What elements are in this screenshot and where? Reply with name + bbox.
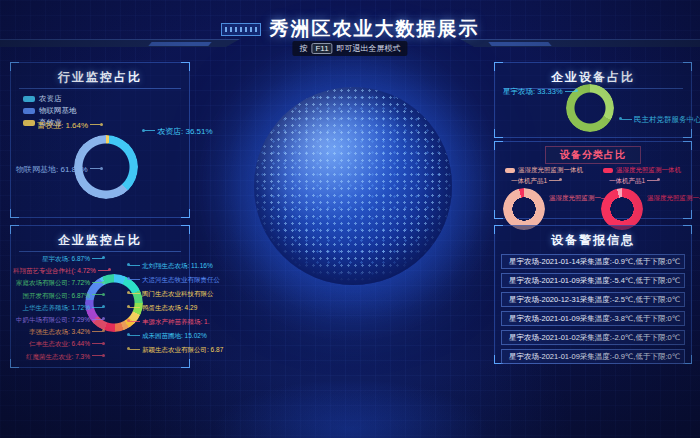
legend-label: 物联网基地 <box>39 106 77 116</box>
leader-line <box>92 343 103 344</box>
pie-label: 鸭蛋生态农场: 4.29 <box>127 301 209 315</box>
page-title: 秀洲区农业大数据展示 <box>270 16 480 42</box>
panel-industry-ratio: 行业监控占比 农资店 物联网基地 畜牧业 畜牧业: 1.64% <box>10 62 190 218</box>
pie-label-text: 一体机产品1 <box>511 177 547 184</box>
pie-label-text: 中奶牛场有限公司: 7.29% <box>16 316 90 323</box>
pie-label-text: 丰源水产种苗养殖场: 1. <box>142 318 210 325</box>
pie-label-text: 成禾园苗圃地: 15.02% <box>142 332 207 339</box>
legend-item[interactable]: 农资店 <box>23 93 77 105</box>
pie-label: 陶门生态农业科技有限公 <box>127 287 209 301</box>
pie-label: 家庭农场有限公司: 7.72% <box>13 277 105 289</box>
pie-label-text: 陶门生态农业科技有限公 <box>142 290 214 297</box>
panel-alarm-info: 设备警报信息 星宇农场-2021-01-14采集温度:-0.9℃,低于下限:0℃… <box>494 225 692 364</box>
panel-title: 设备警报信息 <box>495 232 691 249</box>
leader-line <box>129 279 140 280</box>
pie-label-text: 鸭蛋生态农场: 4.29 <box>142 304 197 311</box>
panel-enterprise-ratio: 企业监控占比 星宇农场: 6.87% 科翔苗艺专业合作社(: 4.72% 家庭农… <box>10 225 190 368</box>
pie-label-animal: 畜牧业: 1.64% <box>37 120 103 131</box>
pie-label: 一体机产品1 <box>609 177 660 186</box>
pie-label-text: 家庭农场有限公司: 7.72% <box>16 279 90 286</box>
pie-label: 上华生态养殖场: 1.72% <box>13 302 105 314</box>
pie-label-left: 星宇农场: 33.33% <box>503 87 578 97</box>
divider <box>19 251 181 252</box>
brand-logo <box>221 23 261 36</box>
leader-line <box>90 168 101 169</box>
pie-label: 星宇农场: 6.87% <box>13 253 105 265</box>
leader-line <box>647 180 658 181</box>
pie-label-text: 星宇农场: 33.33% <box>503 87 563 96</box>
legend-swatch <box>23 96 35 102</box>
pie-label-text: 物联网基地: 61.85% <box>16 165 88 174</box>
pie-label: 温湿度光照监测一— <box>647 194 700 203</box>
tooltip-prefix: 按 <box>299 43 307 54</box>
classification-donut-chart[interactable] <box>503 188 545 230</box>
pie-label-text: 星宇农场: 6.87% <box>42 255 90 262</box>
dashboard: 秀洲区农业大数据展示 按 F11 即可退出全屏模式 行业监控占比 农资店 物联网… <box>0 0 700 438</box>
pie-label: 仁丰生态农业: 6.44% <box>13 338 105 350</box>
pie-label: 新颖生态农业有限公司: 6.87 <box>127 343 209 357</box>
leader-line <box>92 282 103 283</box>
panel-device-ratio: 企业设备占比 星宇农场: 33.33% 民主村党群服务中心: <box>494 62 692 138</box>
globe-visualization <box>254 87 452 285</box>
pie-label-text: 红魔菌生态农业: 7.3% <box>26 353 90 360</box>
pie-label: 一体机产品1 <box>511 177 562 186</box>
panel-title: 设备分类占比 <box>545 146 641 164</box>
pie-label: 丰源水产种苗养殖场: 1. <box>127 315 209 329</box>
pie-label: 科翔苗艺专业合作社(: 4.72% <box>13 265 105 277</box>
legend-item[interactable]: 温湿度光照监测一体机 <box>603 166 681 175</box>
enterprise-left-labels: 星宇农场: 6.87% 科翔苗艺专业合作社(: 4.72% 家庭农场有限公司: … <box>13 253 105 363</box>
leader-line <box>621 119 632 120</box>
leader-line <box>129 335 140 336</box>
leader-line <box>90 124 101 125</box>
leader-line <box>92 307 103 308</box>
f11-keycap: F11 <box>311 43 332 54</box>
leader-line <box>92 294 103 295</box>
pie-label-text: 仁丰生态农业: 6.44% <box>29 340 90 347</box>
pie-label: 红魔菌生态农业: 7.3% <box>13 351 105 363</box>
pie-label-text: 北刘翔生态农场: 11.16% <box>142 262 213 269</box>
alarm-row: 星宇农场-2021-01-02采集温度:-2.0℃,低于下限:0℃ <box>501 330 685 345</box>
pie-label-text: 科翔苗艺专业合作社(: 4.72% <box>13 267 96 274</box>
header: 秀洲区农业大数据展示 按 F11 即可退出全屏模式 <box>0 0 700 58</box>
pie-label-text: 农资店: 36.51% <box>157 127 213 136</box>
pie-label-text: 大运河生态牧业有限责任公 <box>142 276 220 283</box>
pie-label-text: 一体机产品1 <box>609 177 645 184</box>
enterprise-right-labels: 北刘翔生态农场: 11.16% 大运河生态牧业有限责任公 陶门生态农业科技有限公… <box>127 259 209 357</box>
fullscreen-tooltip: 按 F11 即可退出全屏模式 <box>292 41 407 56</box>
classification-groups: 温湿度光照监测一体机 一体机产品1 温湿度光照监测一— 温湿度光照监测一体机 一… <box>495 164 691 218</box>
leader-line <box>92 258 103 259</box>
legend-swatch <box>603 168 613 173</box>
alarm-row: 星宇农场-2021-01-09采集温度:-3.8℃,低于下限:0℃ <box>501 311 685 326</box>
leader-line <box>98 270 109 271</box>
panel-classification-ratio: 设备分类占比 温湿度光照监测一体机 一体机产品1 温湿度光照监测一— <box>494 141 692 219</box>
pie-label: 北刘翔生态农场: 11.16% <box>127 259 209 273</box>
leader-line <box>144 130 155 131</box>
alarm-row: 星宇农场-2021-01-09采集温度:-0.9℃,低于下限:0℃ <box>501 349 685 364</box>
leader-line <box>129 321 140 322</box>
panel-title: 企业监控占比 <box>11 232 189 249</box>
pie-label-store: 农资店: 36.51% <box>142 126 213 137</box>
classification-group: 温湿度光照监测一体机 一体机产品1 温湿度光照监测一— <box>495 164 593 218</box>
legend-item[interactable]: 温湿度光照监测一体机 <box>505 166 583 175</box>
legend-item[interactable]: 物联网基地 <box>23 105 77 117</box>
alarm-row: 星宇农场-2021-01-14采集温度:-0.9℃,低于下限:0℃ <box>501 254 685 269</box>
classification-donut-chart[interactable] <box>601 188 643 230</box>
pie-label-right: 民主村党群服务中心: <box>619 115 700 125</box>
pie-label: 成禾园苗圃地: 15.02% <box>127 329 209 343</box>
alarm-list: 星宇农场-2021-01-14采集温度:-0.9℃,低于下限:0℃ 星宇农场-2… <box>501 254 685 368</box>
pie-label: 李强生态农场: 3.42% <box>13 326 105 338</box>
pie-label: 中奶牛场有限公司: 7.29% <box>13 314 105 326</box>
pie-label-text: 李强生态农场: 3.42% <box>29 328 90 335</box>
panel-title: 行业监控占比 <box>11 69 189 86</box>
alarm-row: 星宇农场-2021-01-09采集温度:-5.4℃,低于下限:0℃ <box>501 273 685 288</box>
divider <box>19 88 181 89</box>
leader-line <box>129 349 140 350</box>
bottom-glow <box>200 375 500 438</box>
legend-swatch <box>23 108 35 114</box>
leader-line <box>565 91 576 92</box>
leader-line <box>129 293 140 294</box>
legend-label: 农资店 <box>39 94 62 104</box>
leader-line <box>92 331 103 332</box>
legend-swatch <box>23 120 35 126</box>
leader-line <box>549 180 560 181</box>
